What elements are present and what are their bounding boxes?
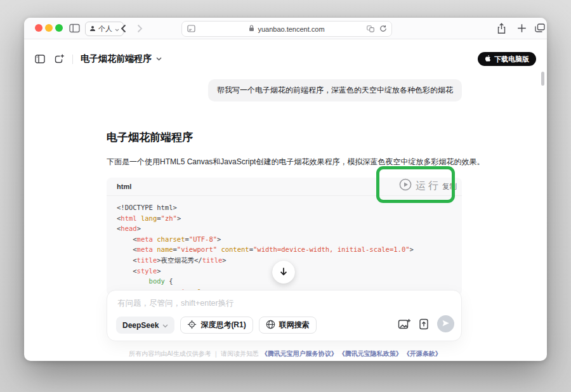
model-selector[interactable]: DeepSeek — [116, 317, 174, 334]
send-button[interactable] — [437, 315, 454, 332]
send-icon — [442, 319, 450, 329]
person-icon — [89, 25, 96, 33]
upload-file-icon[interactable] — [419, 318, 429, 330]
message-input[interactable] — [117, 298, 447, 315]
chevron-down-icon — [162, 321, 168, 330]
footer-notice: 请阅读并知悉 — [221, 350, 259, 357]
footer-link[interactable]: 《开源条款》 — [404, 350, 442, 357]
new-chat-icon[interactable] — [54, 54, 65, 64]
play-circle-icon — [399, 178, 412, 193]
run-button[interactable]: 运行 — [399, 178, 441, 193]
desktop: 个人 yuanbao.tencent.com — [0, 0, 571, 392]
share-icon[interactable] — [497, 23, 506, 34]
traffic-zoom-button[interactable] — [55, 24, 63, 32]
upload-image-icon[interactable] — [398, 318, 410, 330]
deep-think-label: 深度思考(R1) — [200, 320, 246, 330]
footer-disclaimer: 所有内容均由AI生成仅供参考 — [129, 350, 211, 357]
traffic-minimize-button[interactable] — [45, 24, 53, 32]
response-title: 电子烟花前端程序 — [107, 130, 462, 145]
web-search-toggle[interactable]: 联网搜索 — [259, 317, 317, 334]
footer-links: 《腾讯元宝用户服务协议》《腾讯元宝隐私政策》《开源条款》 — [261, 350, 442, 357]
footer: 所有内容均由AI生成仅供参考 ｜ 请阅读并知悉 《腾讯元宝用户服务协议》《腾讯元… — [24, 350, 547, 358]
user-message-bubble: 帮我写一个电子烟花的前端程序，深蓝色的天空中绽放各种色彩的烟花 — [208, 79, 462, 101]
new-tab-icon[interactable] — [517, 23, 527, 33]
run-label: 运行 — [416, 180, 441, 193]
code-line: <meta name="viewport" content="width=dev… — [117, 244, 452, 255]
scroll-to-bottom-button[interactable] — [272, 261, 295, 284]
code-block-header: html 运行 复制 — [107, 178, 462, 196]
divider — [72, 55, 73, 64]
footer-link[interactable]: 《腾讯元宝隐私政策》 — [339, 350, 402, 357]
composer: DeepSeek 深度思考(R1) 联网搜索 — [107, 290, 462, 341]
code-line: <!DOCTYPE html> — [117, 202, 452, 213]
safari-window: 个人 yuanbao.tencent.com — [24, 18, 547, 361]
download-label: 下载电脑版 — [494, 55, 529, 64]
code-language-label: html — [117, 183, 131, 190]
footer-separator: ｜ — [213, 350, 219, 357]
model-label: DeepSeek — [122, 321, 159, 330]
code-line: <meta charset="UTF-8"> — [117, 234, 452, 245]
tab-overview-icon[interactable] — [535, 23, 545, 32]
panel-toggle-icon[interactable] — [35, 55, 45, 63]
deep-think-icon — [187, 320, 197, 331]
traffic-close-button[interactable] — [35, 24, 43, 32]
code-line: <head> — [117, 223, 452, 234]
browser-sidebar-icon[interactable] — [69, 23, 80, 33]
copy-button[interactable]: 复制 — [442, 182, 457, 192]
scrollbar-thumb[interactable] — [541, 72, 544, 86]
apple-logo-icon — [485, 55, 491, 63]
code-line: <html lang="zh"> — [117, 213, 452, 224]
globe-icon — [266, 320, 275, 331]
deep-think-toggle[interactable]: 深度思考(R1) — [180, 317, 253, 334]
chat-area: 帮我写一个电子烟花的前端程序，深蓝色的天空中绽放各种色彩的烟花 电子烟花前端程序… — [107, 18, 462, 296]
response-intro: 下面是一个使用HTML5 Canvas和JavaScript创建的电子烟花效果程… — [107, 157, 462, 167]
footer-link[interactable]: 《腾讯元宝用户服务协议》 — [261, 350, 338, 357]
arrow-down-icon — [279, 266, 289, 278]
web-search-label: 联网搜索 — [279, 320, 310, 330]
download-desktop-button[interactable]: 下载电脑版 — [478, 52, 536, 66]
